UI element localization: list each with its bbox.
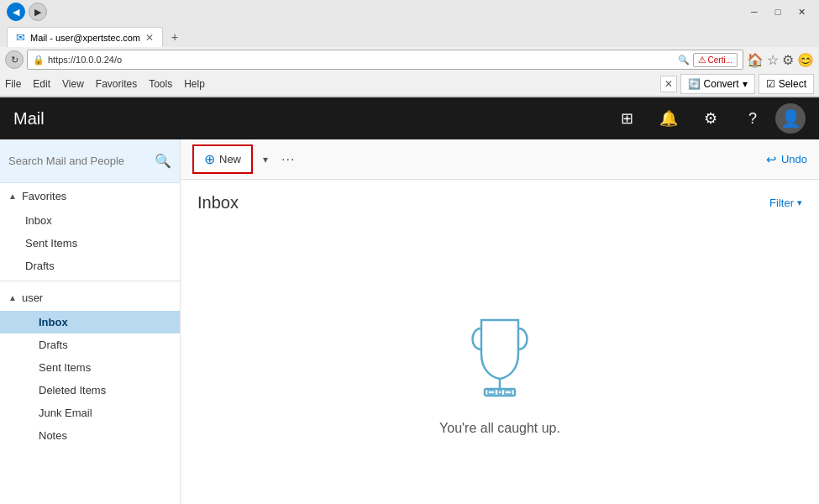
tab-bar: ✉ Mail - user@xpertstec.com ✕ + — [0, 24, 819, 47]
lock-icon: 🔒 — [33, 55, 45, 66]
close-x-button[interactable]: ✕ — [660, 76, 677, 92]
user-header[interactable]: ▲ user — [0, 285, 180, 311]
back-button[interactable]: ◀ — [7, 3, 25, 21]
empty-state: You're all caught up. — [181, 219, 819, 504]
convert-chevron-icon: ▾ — [743, 78, 748, 90]
user-chevron-icon: ▲ — [8, 293, 17, 302]
svg-rect-1 — [485, 389, 515, 396]
help-icon: ? — [748, 110, 757, 128]
sidebar-item-user-deleted[interactable]: Deleted Items — [0, 379, 180, 402]
undo-label: Undo — [781, 153, 807, 165]
svg-rect-4 — [505, 391, 512, 394]
app-body: 🔍 ▲ Favorites Inbox Sent Items Drafts — [0, 139, 819, 504]
home-icon[interactable]: 🏠 — [747, 52, 764, 68]
tab-mail-icon: ✉ — [16, 31, 25, 44]
menu-file[interactable]: File — [5, 78, 21, 90]
cert-label: Certi... — [708, 55, 732, 65]
header-icons: ⊞ 🔔 ⚙ ? 👤 — [607, 97, 806, 139]
empty-state-message: You're all caught up. — [439, 421, 560, 436]
tab-title: Mail - user@xpertstec.com — [30, 33, 140, 43]
warning-icon: ⚠ — [698, 55, 706, 66]
inbox-header: Inbox Filter ▾ — [181, 180, 819, 219]
sidebar-favorites-section: ▲ Favorites Inbox Sent Items Drafts — [0, 183, 180, 277]
mail-toolbar: ⊕ New ▾ ··· ↩ Undo — [181, 139, 819, 180]
more-options-button[interactable]: ··· — [278, 147, 298, 172]
search-bar[interactable]: 🔍 — [0, 139, 180, 183]
mail-content: ⊕ New ▾ ··· ↩ Undo Inbox Filter ▾ — [181, 139, 819, 504]
favorites-label: Favorites — [22, 190, 66, 202]
window-controls: ─ □ ✕ — [743, 3, 812, 20]
menu-tools[interactable]: Tools — [149, 78, 172, 90]
help-icon-button[interactable]: ? — [733, 97, 772, 139]
menu-view[interactable]: View — [62, 78, 84, 90]
active-tab[interactable]: ✉ Mail - user@xpertstec.com ✕ — [7, 27, 163, 47]
sidebar-item-user-notes[interactable]: Notes — [0, 424, 180, 447]
undo-button[interactable]: ↩ Undo — [766, 152, 807, 167]
sidebar-item-user-sent[interactable]: Sent Items — [0, 356, 180, 379]
forward-button[interactable]: ▶ — [29, 3, 47, 21]
filter-chevron-icon: ▾ — [797, 197, 802, 208]
app-title: Mail — [13, 109, 607, 129]
app-header: Mail ⊞ 🔔 ⚙ ? 👤 — [0, 97, 819, 139]
address-bar[interactable]: 🔒 https://10.0.0.24/o 🔍 ⚠ Certi... — [27, 50, 743, 70]
convert-icon: 🔄 — [688, 78, 701, 90]
avatar[interactable]: 👤 — [775, 103, 806, 134]
tab-close-button[interactable]: ✕ — [145, 32, 154, 44]
maximize-button[interactable]: □ — [767, 3, 789, 20]
title-bar-left: ◀ ▶ — [7, 3, 47, 21]
address-bar-row: ↻ 🔒 https://10.0.0.24/o 🔍 ⚠ Certi... 🏠 ☆… — [0, 47, 819, 72]
url-text: https://10.0.0.24/o — [48, 55, 675, 65]
svg-rect-2 — [488, 391, 495, 394]
sidebar: 🔍 ▲ Favorites Inbox Sent Items Drafts — [0, 139, 181, 504]
sidebar-divider — [0, 281, 180, 281]
settings-icon[interactable]: ⚙ — [782, 52, 794, 68]
refresh-button[interactable]: ↻ — [5, 50, 24, 69]
plus-icon: ⊕ — [204, 151, 215, 167]
svg-rect-3 — [498, 391, 501, 394]
user-label: user — [22, 291, 43, 304]
close-button[interactable]: ✕ — [790, 3, 812, 20]
user-icon[interactable]: 😊 — [797, 52, 814, 68]
browser-chrome: ◀ ▶ ─ □ ✕ ✉ Mail - user@xpertstec.com ✕ … — [0, 0, 819, 97]
grid-icon-button[interactable]: ⊞ — [607, 97, 646, 139]
sidebar-item-user-junk[interactable]: Junk Email — [0, 402, 180, 424]
undo-icon: ↩ — [766, 152, 777, 167]
new-tab-button[interactable]: + — [165, 27, 185, 47]
menu-edit[interactable]: Edit — [33, 78, 50, 90]
mail-list: Inbox Filter ▾ — [181, 180, 819, 504]
browser-toolbar-extras: 🏠 ☆ ⚙ 😊 — [747, 52, 814, 68]
menu-help[interactable]: Help — [184, 78, 205, 90]
select-icon: ☑ — [766, 78, 775, 90]
new-button[interactable]: ⊕ New — [192, 144, 253, 174]
bell-icon-button[interactable]: 🔔 — [649, 97, 688, 139]
app: Mail ⊞ 🔔 ⚙ ? 👤 🔍 — [0, 97, 819, 504]
filter-button[interactable]: Filter ▾ — [769, 197, 802, 209]
cert-badge: ⚠ Certi... — [693, 53, 738, 67]
sidebar-item-favorites-sent[interactable]: Sent Items — [0, 232, 180, 255]
convert-button[interactable]: 🔄 Convert ▾ — [680, 74, 755, 94]
new-dropdown-button[interactable]: ▾ — [260, 149, 271, 171]
favorites-header[interactable]: ▲ Favorites — [0, 183, 180, 209]
select-label: Select — [779, 78, 806, 90]
sidebar-item-user-inbox[interactable]: Inbox — [0, 311, 180, 333]
select-button[interactable]: ☑ Select — [759, 74, 814, 94]
settings-gear-icon: ⚙ — [704, 109, 717, 128]
menu-favorites[interactable]: Favorites — [96, 78, 137, 90]
sidebar-item-favorites-drafts[interactable]: Drafts — [0, 255, 180, 277]
settings-icon-button[interactable]: ⚙ — [691, 97, 730, 139]
sidebar-user-section: ▲ user Inbox Drafts Sent Items Deleted I… — [0, 285, 180, 447]
search-icon[interactable]: 🔍 — [155, 153, 171, 169]
title-bar: ◀ ▶ ─ □ ✕ — [0, 0, 819, 24]
convert-label: Convert — [704, 78, 739, 90]
search-input[interactable] — [8, 155, 150, 167]
menu-bar: File Edit View Favorites Tools Help ✕ 🔄 … — [0, 72, 819, 97]
favorites-chevron-icon: ▲ — [8, 192, 17, 201]
trophy-icon — [458, 312, 542, 404]
sidebar-item-favorites-inbox[interactable]: Inbox — [0, 209, 180, 232]
sidebar-item-user-drafts[interactable]: Drafts — [0, 333, 180, 356]
bell-icon: 🔔 — [659, 109, 678, 128]
star-icon[interactable]: ☆ — [767, 52, 779, 68]
filter-label: Filter — [769, 197, 794, 209]
search-icon: 🔍 — [678, 55, 690, 66]
minimize-button[interactable]: ─ — [743, 3, 765, 20]
